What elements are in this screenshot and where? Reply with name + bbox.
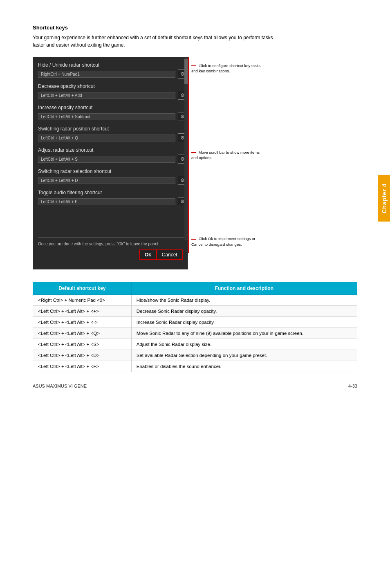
shortcut-row-2: LeftCtrl + LeftAlt + Subtract⚙ bbox=[38, 112, 188, 121]
annotations-wrapper: Click to configure shortcut key tasks an… bbox=[191, 57, 265, 253]
shortcut-label-3: Switching radar position shortcut bbox=[38, 126, 188, 132]
panel-footer: Once you are done with the settings, pre… bbox=[38, 237, 188, 264]
scrollbar-thumb[interactable] bbox=[184, 59, 188, 84]
shortcut-items-container: Hide / Unhide radar shortcutRightCtrl + … bbox=[38, 62, 188, 211]
table-cell-key-4: <Left Ctrl> + <Left Alt> + <S> bbox=[33, 339, 132, 350]
table-cell-desc-4: Adjust the Sonic Radar display size. bbox=[131, 339, 357, 350]
table-cell-desc-6: Enables or disables the sound enhancer. bbox=[131, 361, 357, 372]
shortcut-row-1: LeftCtrl + LeftAlt + Add⚙ bbox=[38, 91, 188, 100]
shortcut-label-5: Switching radar selection shortcut bbox=[38, 168, 188, 174]
ok-cancel-row: Ok Cancel bbox=[38, 249, 183, 260]
shortcut-item-3: Switching radar position shortcutLeftCtr… bbox=[38, 126, 188, 142]
table-cell-desc-2: Increase Sonic Radar display opacity. bbox=[131, 317, 357, 328]
section-title: Shortcut keys bbox=[33, 25, 357, 31]
key-combo-4: LeftCtrl + LeftAlt + S bbox=[38, 156, 175, 163]
key-combo-3: LeftCtrl + LeftAlt + Q bbox=[38, 135, 175, 141]
shortcut-row-3: LeftCtrl + LeftAlt + Q⚙ bbox=[38, 133, 188, 142]
shortcut-label-1: Decrease opacity shortcut bbox=[38, 83, 188, 89]
ok-button[interactable]: Ok bbox=[139, 249, 157, 260]
table-row-1: <Left Ctrl> + <Left Alt> + <+>Decrease S… bbox=[33, 306, 357, 317]
page-container: Shortcut keys Your gaming experience is … bbox=[0, 0, 390, 397]
annotation-bottom: Click Ok to implement settings or Cancel… bbox=[191, 236, 265, 247]
shortcut-item-4: Adjust radar size shortcutLeftCtrl + Lef… bbox=[38, 147, 188, 164]
table-cell-key-5: <Left Ctrl> + <Left Alt> + <D> bbox=[33, 350, 132, 361]
table-cell-key-0: <Right Ctrl> + Numeric Pad <0> bbox=[33, 295, 132, 306]
table-cell-desc-3: Move Sonic Radar to any of nine (9) avai… bbox=[131, 328, 357, 339]
section-desc: Your gaming experience is further enhanc… bbox=[33, 34, 278, 49]
shortcut-table: Default shortcut key Function and descri… bbox=[33, 282, 357, 372]
table-row-3: <Left Ctrl> + <Left Alt> + <Q>Move Sonic… bbox=[33, 328, 357, 339]
shortcut-label-6: Toggle audio filtering shortcut bbox=[38, 190, 188, 195]
shortcut-label-4: Adjust radar size shortcut bbox=[38, 147, 188, 153]
table-row-0: <Right Ctrl> + Numeric Pad <0>Hide/show … bbox=[33, 295, 357, 306]
shortcut-item-5: Switching radar selection shortcutLeftCt… bbox=[38, 168, 188, 185]
table-header-key: Default shortcut key bbox=[33, 282, 132, 295]
shortcut-row-4: LeftCtrl + LeftAlt + S⚙ bbox=[38, 155, 188, 164]
annotation-middle: Move scroll bar to show more items and o… bbox=[191, 150, 265, 161]
footer-page: 4-33 bbox=[348, 384, 357, 388]
table-cell-desc-5: Set available Radar Selection depending … bbox=[131, 350, 357, 361]
shortcut-row-5: LeftCtrl + LeftAlt + D⚙ bbox=[38, 176, 188, 185]
chapter-tab: Chapter 4 bbox=[378, 175, 390, 222]
app-window: Hide / Unhide radar shortcutRightCtrl + … bbox=[33, 57, 188, 269]
table-cell-desc-0: Hide/show the Sonic Radar display. bbox=[131, 295, 357, 306]
shortcut-item-6: Toggle audio filtering shortcutLeftCtrl … bbox=[38, 190, 188, 206]
table-row-5: <Left Ctrl> + <Left Alt> + <D>Set availa… bbox=[33, 350, 357, 361]
table-row-4: <Left Ctrl> + <Left Alt> + <S>Adjust the… bbox=[33, 339, 357, 350]
table-cell-key-2: <Left Ctrl> + <Left Alt> + <-> bbox=[33, 317, 132, 328]
table-cell-desc-1: Decrease Sonic Radar display opacity. bbox=[131, 306, 357, 317]
annotation-top: Click to configure shortcut key tasks an… bbox=[191, 63, 265, 74]
key-combo-2: LeftCtrl + LeftAlt + Subtract bbox=[38, 113, 175, 120]
key-combo-6: LeftCtrl + LeftAlt + F bbox=[38, 198, 175, 205]
table-cell-key-6: <Left Ctrl> + <Left Alt> + <F> bbox=[33, 361, 132, 372]
table-body: <Right Ctrl> + Numeric Pad <0>Hide/show … bbox=[33, 295, 357, 372]
shortcut-item-1: Decrease opacity shortcutLeftCtrl + Left… bbox=[38, 83, 188, 100]
shortcut-row-0: RightCtrl + NumPad1⚙ bbox=[38, 70, 188, 79]
shortcut-label-0: Hide / Unhide radar shortcut bbox=[38, 62, 188, 68]
screenshot-panel: Hide / Unhide radar shortcutRightCtrl + … bbox=[33, 57, 357, 269]
key-combo-5: LeftCtrl + LeftAlt + D bbox=[38, 177, 175, 184]
page-footer: ASUS MAXIMUS VI GENE 4-33 bbox=[33, 380, 357, 388]
key-combo-1: LeftCtrl + LeftAlt + Add bbox=[38, 92, 175, 99]
footer-brand: ASUS MAXIMUS VI GENE bbox=[33, 384, 87, 388]
table-row-6: <Left Ctrl> + <Left Alt> + <F>Enables or… bbox=[33, 361, 357, 372]
table-cell-key-1: <Left Ctrl> + <Left Alt> + <+> bbox=[33, 306, 132, 317]
shortcut-item-0: Hide / Unhide radar shortcutRightCtrl + … bbox=[38, 62, 188, 79]
key-combo-0: RightCtrl + NumPad1 bbox=[38, 71, 175, 78]
shortcut-row-6: LeftCtrl + LeftAlt + F⚙ bbox=[38, 197, 188, 206]
shortcut-item-2: Increase opacity shortcutLeftCtrl + Left… bbox=[38, 105, 188, 121]
cancel-button[interactable]: Cancel bbox=[157, 249, 183, 260]
scrollbar[interactable] bbox=[184, 57, 188, 240]
table-header-desc: Function and description bbox=[131, 282, 357, 295]
panel-footer-text: Once you are done with the settings, pre… bbox=[38, 242, 183, 246]
callout-line-vertical bbox=[188, 57, 189, 253]
table-cell-key-3: <Left Ctrl> + <Left Alt> + <Q> bbox=[33, 328, 132, 339]
table-row-2: <Left Ctrl> + <Left Alt> + <->Increase S… bbox=[33, 317, 357, 328]
shortcut-label-2: Increase opacity shortcut bbox=[38, 105, 188, 110]
